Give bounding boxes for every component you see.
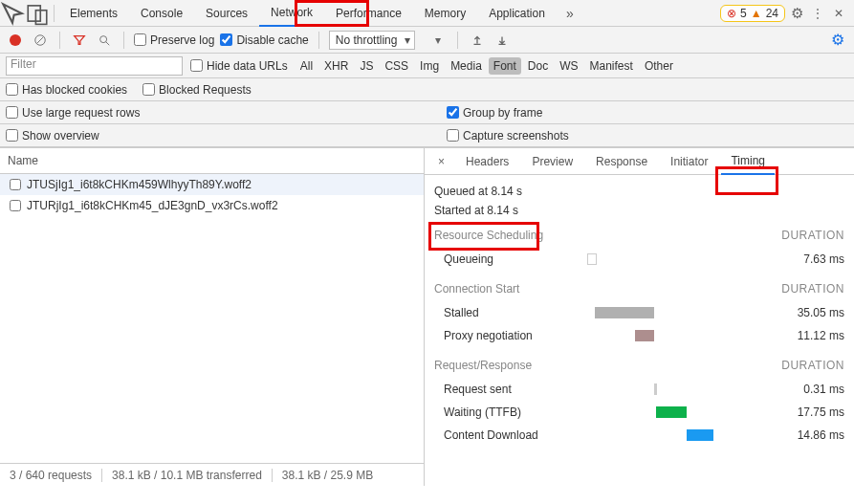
proxy-value: 11.12 ms	[768, 329, 844, 342]
type-font[interactable]: Font	[489, 57, 521, 75]
type-ws[interactable]: WS	[555, 57, 582, 75]
tabs-overflow[interactable]: »	[557, 0, 583, 27]
type-doc[interactable]: Doc	[523, 57, 553, 75]
ttfb-value: 17.75 ms	[768, 405, 844, 419]
queued-at: Queued at 8.14 s	[434, 185, 844, 198]
svg-point-4	[100, 35, 107, 42]
blocked-cookies-check[interactable]: Has blocked cookies	[6, 83, 127, 97]
queueing-value: 7.63 ms	[768, 252, 844, 266]
proxy-label: Proxy negotiation	[434, 329, 587, 342]
blocked-req-check[interactable]: Blocked Requests	[142, 83, 252, 97]
stalled-value: 35.05 ms	[768, 306, 844, 319]
gear-icon[interactable]: ⚙	[787, 4, 806, 23]
issues-badge[interactable]: ⊗5 ▲24	[720, 5, 785, 22]
type-js[interactable]: JS	[355, 57, 378, 75]
ttfb-label: Waiting (TTFB)	[434, 405, 587, 419]
tab-elements[interactable]: Elements	[58, 0, 129, 27]
svg-rect-0	[28, 5, 40, 20]
type-img[interactable]: Img	[415, 57, 444, 75]
tab-memory[interactable]: Memory	[413, 0, 477, 27]
type-other[interactable]: Other	[640, 57, 678, 75]
tab-headers[interactable]: Headers	[456, 149, 518, 174]
large-rows-check[interactable]: Use large request rows	[6, 106, 431, 120]
filter-icon[interactable]	[70, 31, 89, 50]
type-manifest[interactable]: Manifest	[585, 57, 638, 75]
tab-console[interactable]: Console	[129, 0, 194, 27]
stalled-label: Stalled	[434, 306, 587, 319]
rs-header: Resource Scheduling	[434, 229, 543, 242]
close-details-icon[interactable]: ×	[430, 151, 452, 172]
started-at: Started at 8.14 s	[434, 204, 844, 217]
warn-count: 24	[766, 7, 778, 20]
type-css[interactable]: CSS	[380, 57, 413, 75]
throttle-caret-icon[interactable]: ▾	[428, 31, 448, 50]
inspect-icon[interactable]	[0, 1, 25, 26]
search-icon[interactable]	[95, 31, 114, 50]
dl-label: Content Download	[434, 428, 587, 442]
queueing-label: Queueing	[434, 252, 587, 266]
type-xhr[interactable]: XHR	[319, 57, 353, 75]
row-check[interactable]	[10, 179, 21, 190]
tab-network[interactable]: Network	[259, 0, 324, 27]
throttle-select[interactable]: No throttling	[329, 31, 416, 50]
rr-header: Request/Response	[434, 359, 532, 372]
disable-cache-check[interactable]: Disable cache	[220, 33, 308, 47]
group-frame-check[interactable]: Group by frame	[447, 106, 542, 120]
record-icon[interactable]	[6, 31, 25, 50]
svg-line-3	[37, 36, 44, 43]
kebab-icon[interactable]: ⋮	[808, 4, 827, 23]
request-row[interactable]: JTUSjIg1_i6t8kCHKm459WlhyyTh89Y.woff2	[0, 174, 424, 195]
row-check[interactable]	[10, 200, 21, 211]
close-icon[interactable]: ✕	[829, 4, 848, 23]
device-icon[interactable]	[25, 1, 50, 26]
error-count: 5	[740, 7, 747, 20]
tab-initiator[interactable]: Initiator	[661, 149, 717, 174]
request-row[interactable]: JTURjIg1_i6t8kCHKm45_dJE3gnD_vx3rCs.woff…	[0, 195, 424, 216]
tab-timing[interactable]: Timing	[721, 148, 775, 175]
name-column-header[interactable]: Name	[0, 148, 424, 174]
show-overview-check[interactable]: Show overview	[6, 129, 431, 142]
panel-settings-icon[interactable]: ⚙	[831, 31, 848, 49]
tab-response[interactable]: Response	[586, 149, 657, 174]
upload-icon[interactable]	[468, 31, 487, 50]
cs-header: Connection Start	[434, 282, 519, 296]
type-all[interactable]: All	[296, 57, 318, 75]
svg-line-5	[106, 41, 110, 45]
filter-input[interactable]: Filter	[6, 56, 183, 76]
preserve-log-check[interactable]: Preserve log	[134, 33, 214, 47]
tab-sources[interactable]: Sources	[194, 0, 259, 27]
capture-check[interactable]: Capture screenshots	[447, 129, 569, 142]
download-icon[interactable]	[493, 31, 512, 50]
status-bar: 3 / 640 requests38.1 kB / 10.1 MB transf…	[0, 463, 424, 486]
type-media[interactable]: Media	[446, 57, 487, 75]
tab-application[interactable]: Application	[477, 0, 557, 27]
tab-performance[interactable]: Performance	[324, 0, 413, 27]
dl-value: 14.86 ms	[768, 428, 844, 442]
sent-label: Request sent	[434, 383, 587, 396]
sent-value: 0.31 ms	[768, 383, 844, 396]
clear-icon[interactable]	[31, 31, 50, 50]
tab-preview[interactable]: Preview	[522, 149, 582, 174]
hide-urls-check[interactable]: Hide data URLs	[190, 59, 288, 73]
